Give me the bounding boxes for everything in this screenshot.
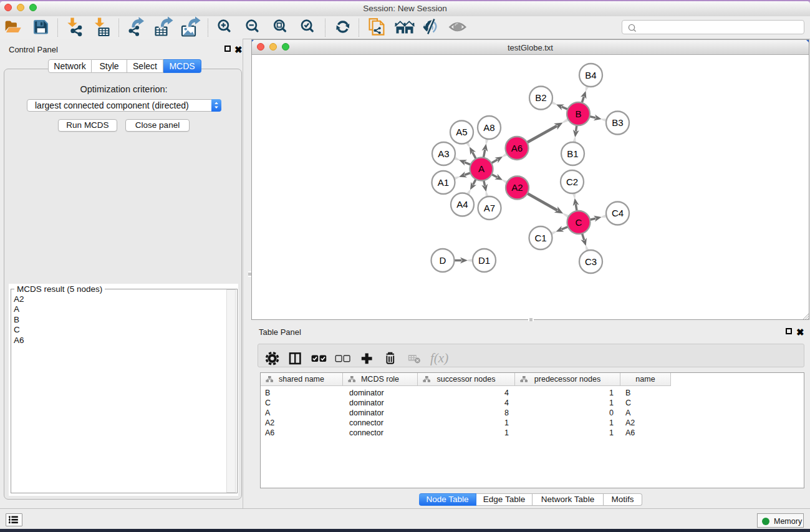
svg-text:C4: C4	[612, 208, 624, 218]
svg-text:C2: C2	[566, 177, 578, 187]
svg-text:D: D	[440, 255, 446, 266]
svg-text:A7: A7	[484, 203, 495, 213]
svg-text:B4: B4	[585, 70, 596, 80]
svg-text:B2: B2	[535, 92, 546, 103]
svg-text:A1: A1	[438, 177, 449, 188]
svg-text:D1: D1	[478, 255, 490, 266]
svg-text:B1: B1	[567, 148, 578, 159]
svg-text:A5: A5	[456, 127, 467, 137]
svg-text:A6: A6	[511, 143, 523, 153]
svg-text:C3: C3	[585, 256, 597, 267]
svg-text:A3: A3	[438, 148, 449, 159]
svg-text:f(x): f(x)	[430, 351, 448, 365]
svg-text:A8: A8	[483, 122, 494, 133]
svg-text:C: C	[576, 217, 582, 228]
svg-text:A4: A4	[456, 199, 468, 210]
svg-text:A: A	[478, 163, 485, 174]
svg-text:B3: B3	[612, 117, 623, 128]
svg-text:B: B	[575, 109, 581, 119]
svg-text:C1: C1	[534, 233, 546, 243]
svg-text:A2: A2	[511, 182, 523, 193]
